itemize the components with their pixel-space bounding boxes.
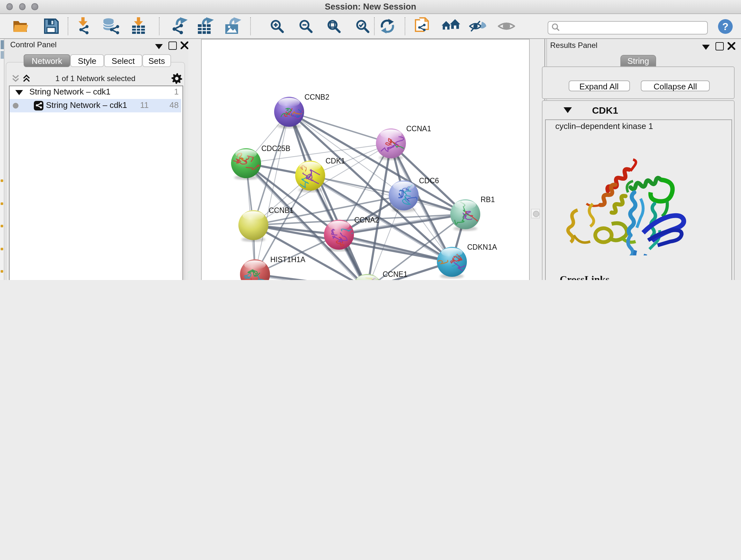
svg-text:CDC6: CDC6 (419, 177, 439, 185)
svg-text:HIST1H1A: HIST1H1A (270, 255, 306, 264)
svg-text:CDK1: CDK1 (325, 157, 345, 165)
svg-text:RB1: RB1 (480, 195, 495, 204)
svg-text:CCNE1: CCNE1 (382, 270, 407, 278)
svg-text:CDKN1A: CDKN1A (467, 243, 497, 251)
svg-text:CCNB1: CCNB1 (268, 206, 293, 214)
svg-text:CCNB2: CCNB2 (304, 93, 329, 101)
svg-text:CCNA2: CCNA2 (354, 216, 379, 224)
svg-text:CDC25B: CDC25B (261, 144, 290, 152)
svg-text:CCNA1: CCNA1 (406, 125, 431, 133)
